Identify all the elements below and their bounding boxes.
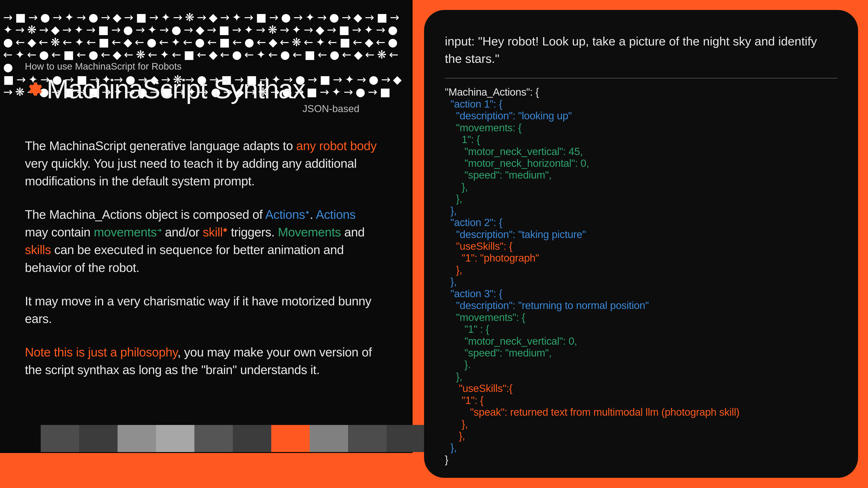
burst-icon: ✹ bbox=[223, 227, 227, 234]
paragraph-1: The MachinaScript generative language ad… bbox=[25, 137, 382, 190]
page-title: MachinaScript Synthax bbox=[46, 74, 305, 104]
swatch bbox=[41, 425, 79, 452]
swatch bbox=[156, 425, 194, 452]
swatch bbox=[194, 425, 233, 452]
swatch bbox=[386, 425, 425, 452]
swatch bbox=[118, 425, 156, 452]
swatch bbox=[271, 425, 310, 452]
arrow-icon: ➜ bbox=[157, 227, 162, 234]
swatch bbox=[233, 425, 271, 452]
left-panel: →■→●→✦→●→◆→■→✦→❋→◆→✦→■→●→✦→●→◆→■→✦→❋→◆→✦… bbox=[0, 0, 411, 452]
paragraph-3: It may move in a very charismatic way if… bbox=[25, 292, 382, 328]
code-panel: input: "Hey robot! Look up, take a pictu… bbox=[424, 10, 858, 478]
paragraph-4: Note this is just a philosophy, you may … bbox=[25, 343, 382, 378]
swatch bbox=[79, 425, 118, 452]
swatch bbox=[310, 425, 348, 452]
input-line: input: "Hey robot! Look up, take a pictu… bbox=[445, 33, 837, 67]
subtitle: JSON-based bbox=[25, 103, 360, 114]
gear-icon bbox=[25, 80, 42, 98]
palette-strip bbox=[41, 425, 425, 452]
prose: The MachinaScript generative language ad… bbox=[25, 137, 382, 378]
paragraph-2: The Machina_Actions object is composed o… bbox=[25, 206, 382, 276]
code-block: "Machina_Actions": { "action 1": { "desc… bbox=[445, 86, 837, 465]
swatch bbox=[348, 425, 386, 452]
kicker: How to use MachinaScript for Robots bbox=[25, 61, 382, 72]
star-icon: ✦ bbox=[305, 209, 310, 216]
divider bbox=[445, 78, 837, 79]
